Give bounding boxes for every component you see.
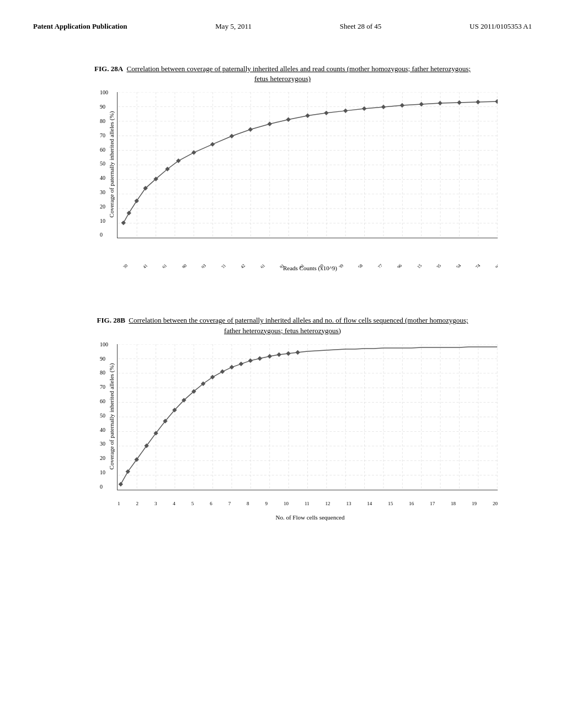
header-sheet: Sheet 28 of 45 [340, 22, 381, 31]
fig28a-data-line [124, 101, 497, 223]
ytick-50: 50 [100, 160, 108, 167]
page-header: Patent Application Publication May 5, 20… [33, 22, 532, 31]
svg-rect-44 [324, 111, 328, 115]
svg-rect-47 [381, 105, 386, 109]
xtick-028b-13: 13 [346, 501, 351, 506]
fig28a-chart-svg [118, 92, 498, 238]
svg-rect-101 [276, 352, 281, 356]
xtick-028b-9: 9 [265, 501, 268, 506]
svg-rect-50 [438, 101, 442, 105]
xtick-028b-20: 20 [493, 501, 498, 506]
svg-rect-30 [121, 221, 126, 225]
figure-28a: FIG. 28A Correlation between coverage of… [56, 64, 509, 266]
ytick-b-20: 20 [100, 455, 108, 461]
svg-rect-102 [286, 351, 290, 355]
fig28a-x-axis-label: Reads Counts (x10^9) [117, 265, 503, 271]
header-date: May 5, 2011 [215, 22, 252, 31]
ytick-b-90: 90 [100, 356, 108, 362]
ytick-100: 100 [100, 89, 108, 95]
fig28a-label: FIG. 28A [94, 65, 123, 73]
xtick-028b-15: 15 [388, 501, 393, 506]
svg-rect-46 [362, 106, 366, 111]
xtick-028b-14: 14 [367, 501, 372, 506]
fig28b-label: FIG. 28B [97, 316, 125, 324]
svg-rect-45 [343, 109, 348, 113]
header-publication-label: Patent Application Publication [33, 22, 127, 31]
xtick-028b-18: 18 [451, 501, 456, 506]
ytick-0: 0 [100, 232, 108, 238]
ytick-b-70: 70 [100, 384, 108, 390]
ytick-30: 30 [100, 189, 108, 195]
ytick-b-100: 100 [100, 341, 108, 347]
svg-rect-31 [126, 211, 131, 215]
ytick-40: 40 [100, 175, 108, 181]
figure-28b: FIG. 28B Correlation between the coverag… [56, 315, 509, 517]
fig28b-y-axis-label: Coverage of paternally inherited alleles… [108, 356, 115, 477]
svg-rect-43 [305, 114, 310, 118]
svg-rect-49 [419, 102, 423, 106]
header-patent-number: US 2011/0105353 A1 [470, 22, 532, 31]
ytick-b-80: 80 [100, 370, 108, 376]
fig28b-x-axis-label: No. of Flow cells sequenced [117, 514, 503, 521]
svg-rect-38 [210, 142, 215, 147]
ytick-60: 60 [100, 147, 108, 153]
ytick-b-50: 50 [100, 413, 108, 419]
ytick-b-0: 0 [100, 484, 108, 490]
ytick-70: 70 [100, 132, 108, 138]
fig28b-data-points [119, 350, 300, 486]
svg-rect-100 [268, 354, 272, 358]
svg-rect-51 [457, 100, 461, 105]
xtick-028b-6: 6 [210, 501, 212, 506]
xtick-028b-4: 4 [173, 501, 175, 506]
xtick-028b-1: 1 [118, 501, 120, 506]
svg-rect-42 [286, 117, 290, 122]
page: Patent Application Publication May 5, 20… [0, 0, 565, 728]
ytick-b-40: 40 [100, 427, 108, 433]
ytick-20: 20 [100, 204, 108, 210]
figure-28a-title: FIG. 28A Correlation between coverage of… [56, 64, 509, 84]
xtick-028b-11: 11 [305, 501, 310, 506]
fig28b-chart-svg [118, 344, 498, 490]
svg-rect-84 [119, 482, 123, 486]
fig28a-data-points [121, 99, 498, 226]
ytick-90: 90 [100, 104, 108, 110]
fig28b-title-underline: Correlation between the coverage of pate… [129, 316, 468, 324]
svg-rect-53 [495, 99, 498, 104]
svg-rect-103 [295, 350, 300, 354]
ytick-10: 10 [100, 218, 108, 224]
svg-rect-37 [191, 151, 196, 155]
ytick-b-10: 10 [100, 469, 108, 475]
svg-rect-98 [248, 358, 253, 362]
xtick-028b-17: 17 [430, 501, 435, 506]
fig28a-title-end: fetus heterozygous) [254, 74, 311, 83]
svg-rect-40 [248, 127, 253, 132]
xtick-028b-19: 19 [472, 501, 477, 506]
ytick-80: 80 [100, 118, 108, 124]
svg-rect-48 [400, 103, 404, 108]
svg-rect-99 [258, 356, 262, 360]
svg-rect-96 [230, 365, 234, 369]
fig28b-data-line [121, 347, 497, 484]
svg-rect-97 [239, 361, 243, 366]
xtick-028b-8: 8 [247, 501, 249, 506]
xtick-028b-12: 12 [325, 501, 330, 506]
svg-rect-52 [476, 100, 480, 104]
fig28a-title-underline: Correlation between coverage of paternal… [127, 65, 471, 73]
xtick-028b-2: 2 [136, 501, 138, 506]
ytick-b-60: 60 [100, 398, 108, 404]
ytick-b-30: 30 [100, 441, 108, 447]
figure-28b-title: FIG. 28B Correlation between the coverag… [56, 315, 509, 335]
xtick-028b-5: 5 [191, 501, 194, 506]
xtick-028b-10: 10 [284, 501, 289, 506]
xtick-028b-16: 16 [409, 501, 414, 506]
svg-rect-41 [268, 122, 272, 126]
svg-rect-39 [230, 134, 234, 138]
xtick-028b-7: 7 [228, 501, 231, 506]
fig28b-title-end: father heterozygous; fetus heterozygous) [224, 326, 341, 335]
xtick-028b-3: 3 [154, 501, 157, 506]
fig28a-y-axis-label: Coverage of paternally inherited alleles… [108, 104, 115, 225]
